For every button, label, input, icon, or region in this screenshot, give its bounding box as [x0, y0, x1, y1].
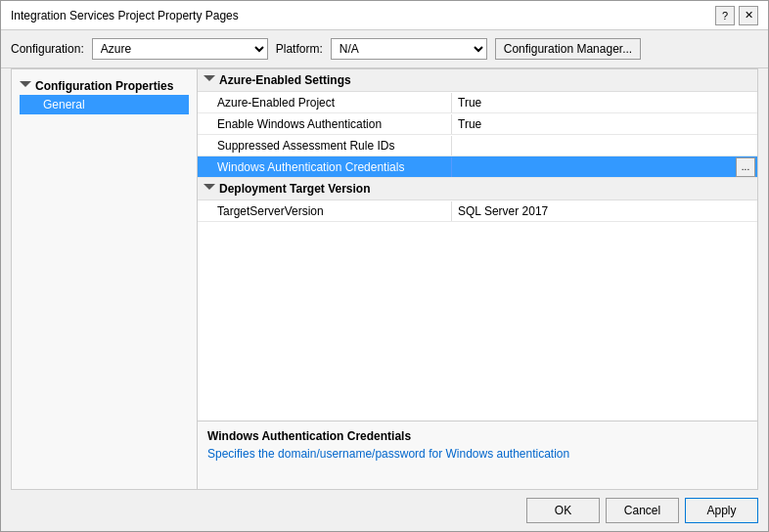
prop-name: Enable Windows Authentication: [198, 114, 452, 134]
ok-button[interactable]: OK: [526, 498, 600, 523]
description-before: Specifies the: [207, 447, 278, 461]
section1-label: Azure-Enabled Settings: [219, 73, 351, 87]
section1-expand-icon: [204, 75, 215, 85]
close-button[interactable]: ✕: [739, 6, 758, 25]
section1-header: Azure-Enabled Settings: [198, 69, 757, 92]
config-manager-button[interactable]: Configuration Manager...: [495, 38, 641, 60]
properties-table: Azure-Enabled Settings Azure-Enabled Pro…: [198, 69, 757, 421]
description-link: domain/username/password: [278, 447, 426, 461]
description-title: Windows Authentication Credentials: [207, 429, 747, 443]
sidebar-group-header[interactable]: Configuration Properties: [20, 77, 189, 95]
description-panel: Windows Authentication Credentials Speci…: [198, 421, 757, 489]
prop-name: Windows Authentication Credentials: [198, 157, 452, 177]
ellipsis-button[interactable]: ...: [736, 157, 755, 177]
prop-value: True: [452, 93, 757, 112]
table-row[interactable]: TargetServerVersion SQL Server 2017: [198, 200, 757, 222]
platform-select[interactable]: N/A: [331, 38, 487, 60]
description-after: for Windows authentication: [426, 447, 569, 461]
sidebar-group-label: Configuration Properties: [35, 79, 173, 93]
section2-header: Deployment Target Version: [198, 178, 757, 200]
table-row[interactable]: Windows Authentication Credentials ...: [198, 156, 757, 178]
cancel-button[interactable]: Cancel: [606, 498, 679, 523]
sidebar-item-general[interactable]: General: [20, 95, 189, 114]
apply-button[interactable]: Apply: [685, 498, 758, 523]
description-text: Specifies the domain/username/password f…: [207, 447, 747, 461]
help-button[interactable]: ?: [715, 6, 735, 25]
toolbar: Configuration: Azure Platform: N/A Confi…: [1, 30, 768, 68]
prop-value: [452, 143, 757, 149]
prop-name: Suppressed Assessment Rule IDs: [198, 136, 452, 155]
expand-icon: [20, 81, 31, 91]
title-bar-controls: ? ✕: [715, 6, 758, 25]
main-content: Configuration Properties General Azure-E…: [11, 68, 758, 490]
footer: OK Cancel Apply: [1, 490, 768, 531]
config-select[interactable]: Azure: [92, 38, 268, 60]
prop-name: Azure-Enabled Project: [198, 93, 452, 112]
prop-value: [452, 164, 736, 170]
platform-label: Platform:: [276, 42, 323, 56]
dialog-title: Integration Services Project Property Pa…: [11, 9, 239, 22]
title-bar: Integration Services Project Property Pa…: [1, 1, 768, 30]
table-row[interactable]: Azure-Enabled Project True: [198, 92, 757, 113]
prop-value: SQL Server 2017: [452, 201, 757, 221]
dialog: Integration Services Project Property Pa…: [0, 0, 769, 532]
prop-value: True: [452, 114, 757, 134]
sidebar-item-label: General: [43, 98, 85, 111]
prop-name: TargetServerVersion: [198, 201, 452, 221]
table-row[interactable]: Suppressed Assessment Rule IDs: [198, 135, 757, 156]
table-row[interactable]: Enable Windows Authentication True: [198, 113, 757, 135]
sidebar: Configuration Properties General: [12, 69, 198, 489]
section2-expand-icon: [204, 184, 215, 194]
sidebar-group: Configuration Properties General: [12, 73, 197, 118]
config-label: Configuration:: [11, 42, 84, 56]
properties-panel: Azure-Enabled Settings Azure-Enabled Pro…: [198, 69, 757, 489]
section2-label: Deployment Target Version: [219, 182, 370, 196]
